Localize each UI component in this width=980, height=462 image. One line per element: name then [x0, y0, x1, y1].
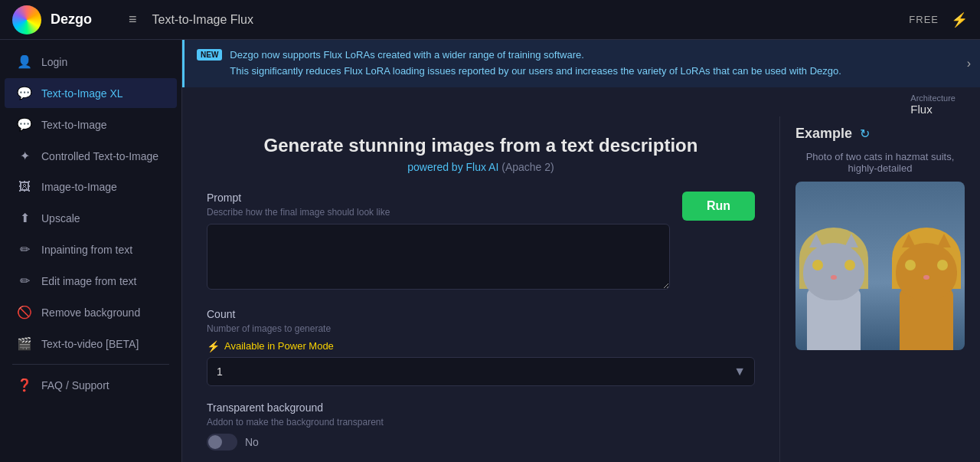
- banner-line2: This significantly reduces Flux LoRA loa…: [230, 64, 841, 80]
- sidebar-item-label: Inpainting from text: [41, 244, 132, 256]
- right-panel: Example ↻ Photo of two cats in hazmat su…: [779, 116, 980, 462]
- sidebar-item-label: Edit image from text: [41, 275, 137, 287]
- main-panel: Generate stunning images from a text des…: [182, 116, 980, 462]
- toggle-switch[interactable]: [207, 434, 237, 451]
- example-title: Example: [795, 126, 852, 142]
- chat-icon: 💬: [17, 117, 32, 132]
- count-select[interactable]: 1 2 3 4: [207, 357, 755, 386]
- sidebar-item-faq[interactable]: ❓ FAQ / Support: [5, 370, 177, 400]
- sidebar-item-inpainting[interactable]: ✏ Inpainting from text: [5, 234, 177, 264]
- form-header: Generate stunning images from a text des…: [207, 135, 755, 173]
- close-icon[interactable]: ›: [967, 57, 971, 70]
- count-sublabel: Number of images to generate: [207, 323, 755, 334]
- subtitle-license: (Apache 2): [501, 161, 554, 173]
- sidebar-item-text-to-video[interactable]: 🎬 Text-to-video [BETA]: [5, 329, 177, 359]
- architecture-label: Architecture: [910, 93, 956, 103]
- sidebar-item-label: FAQ / Support: [41, 379, 109, 392]
- faq-icon: ❓: [17, 378, 32, 392]
- topbar-left: Dezgo ≡ Text-to-Image Flux: [12, 5, 253, 34]
- page-title: Text-to-Image Flux: [152, 13, 253, 27]
- banner-text: Dezgo now supports Flux LoRAs created wi…: [230, 48, 841, 80]
- upscale-icon: ⬆: [17, 211, 32, 225]
- sidebar-item-label: Text-to-Image: [41, 119, 107, 131]
- prompt-sublabel: Describe how the final image should look…: [207, 207, 670, 218]
- cat-scene: [795, 182, 965, 350]
- sidebar-item-login[interactable]: 👤 Login: [5, 47, 177, 77]
- sparkle-icon: ✦: [17, 149, 32, 163]
- chat-icon-xl: 💬: [17, 86, 32, 100]
- power-icon: ⚡: [207, 340, 220, 352]
- sidebar-item-label: Remove background: [41, 306, 140, 319]
- architecture-bar: Architecture Flux: [182, 87, 980, 116]
- banner-line1: Dezgo now supports Flux LoRAs created wi…: [230, 48, 841, 64]
- edit-icon: ✏: [17, 274, 32, 288]
- sidebar-item-image-to-image[interactable]: 🖼 Image-to-Image: [5, 172, 177, 202]
- sidebar-item-label: Text-to-Image XL: [41, 87, 123, 100]
- cat-figure-left: [795, 228, 873, 350]
- bolt-icon: ⚡: [951, 11, 968, 28]
- form-area: Generate stunning images from a text des…: [182, 116, 779, 462]
- toggle-row: No: [207, 434, 755, 451]
- subtitle-prefix: powered by Flux AI: [407, 161, 498, 173]
- count-group: Count Number of images to generate ⚡ Ava…: [207, 308, 755, 386]
- power-mode-notice: ⚡ Available in Power Mode: [207, 340, 755, 352]
- sidebar-item-text-to-image-xl[interactable]: 💬 Text-to-Image XL: [5, 78, 177, 108]
- cat-figure-right: [888, 228, 965, 350]
- example-image: [795, 182, 965, 350]
- architecture-info: Architecture Flux: [910, 93, 956, 116]
- app-logo: [12, 5, 41, 34]
- sidebar-item-remove-background[interactable]: 🚫 Remove background: [5, 297, 177, 327]
- video-icon: 🎬: [17, 336, 32, 351]
- remove-bg-icon: 🚫: [17, 305, 32, 319]
- sidebar-item-label: Text-to-video [BETA]: [41, 338, 139, 350]
- inpaint-icon: ✏: [17, 242, 32, 257]
- run-button[interactable]: Run: [682, 192, 755, 221]
- power-mode-text: Available in Power Mode: [224, 340, 334, 352]
- image-icon: 🖼: [17, 180, 32, 194]
- main-layout: 👤 Login 💬 Text-to-Image XL 💬 Text-to-Ima…: [0, 40, 980, 462]
- sidebar-item-label: Upscale: [41, 212, 80, 224]
- prompt-group: Prompt Describe how the final image shou…: [207, 192, 670, 293]
- count-select-wrapper: 1 2 3 4 ▼: [207, 357, 755, 386]
- transparent-sublabel: Addon to make the background transparent: [207, 417, 755, 428]
- sidebar-item-label: Login: [41, 56, 67, 68]
- sidebar-item-label: Image-to-Image: [41, 181, 117, 193]
- count-label: Count: [207, 308, 755, 320]
- content-area: NEW Dezgo now supports Flux LoRAs create…: [182, 40, 980, 462]
- user-icon: 👤: [17, 54, 32, 69]
- form-heading: Generate stunning images from a text des…: [207, 135, 755, 156]
- sidebar-item-text-to-image[interactable]: 💬 Text-to-Image: [5, 110, 177, 139]
- refresh-icon[interactable]: ↻: [860, 126, 870, 141]
- announcement-banner: NEW Dezgo now supports Flux LoRAs create…: [182, 40, 980, 87]
- sidebar-item-edit-image[interactable]: ✏ Edit image from text: [5, 266, 177, 296]
- prompt-label: Prompt: [207, 192, 670, 204]
- sidebar: 👤 Login 💬 Text-to-Image XL 💬 Text-to-Ima…: [0, 40, 182, 462]
- transparent-bg-section: Transparent background Addon to make the…: [207, 401, 755, 451]
- sidebar-item-label: Controlled Text-to-Image: [41, 150, 158, 162]
- sidebar-item-controlled-text-to-image[interactable]: ✦ Controlled Text-to-Image: [5, 141, 177, 171]
- free-badge: FREE: [909, 14, 939, 25]
- example-caption: Photo of two cats in hazmat suits, highl…: [795, 151, 965, 174]
- sidebar-item-upscale[interactable]: ⬆ Upscale: [5, 203, 177, 233]
- architecture-value: Flux: [910, 103, 932, 116]
- sidebar-divider: [12, 364, 169, 365]
- banner-new-badge: NEW: [197, 49, 222, 61]
- app-name: Dezgo: [51, 11, 92, 28]
- example-header: Example ↻: [795, 126, 965, 142]
- hamburger-icon[interactable]: ≡: [129, 11, 137, 28]
- topbar: Dezgo ≡ Text-to-Image Flux FREE ⚡: [0, 0, 980, 40]
- prompt-input[interactable]: [207, 224, 670, 290]
- transparent-label: Transparent background: [207, 401, 755, 414]
- form-subtitle: powered by Flux AI (Apache 2): [207, 161, 755, 173]
- topbar-right: FREE ⚡: [909, 11, 968, 28]
- toggle-label: No: [245, 436, 259, 448]
